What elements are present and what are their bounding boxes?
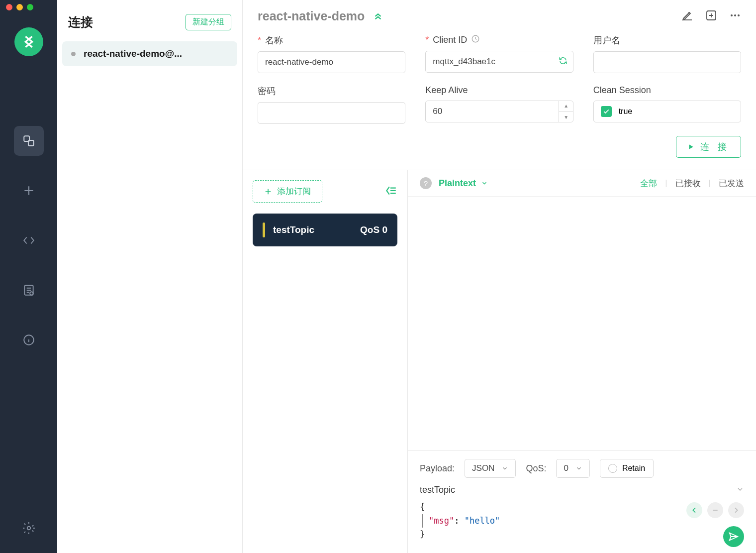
filter-sent[interactable]: 已发送 (719, 178, 744, 189)
window-minimize-button[interactable] (16, 4, 23, 10)
window-close-button[interactable] (6, 4, 12, 10)
window-zoom-button[interactable] (27, 4, 33, 10)
svg-point-5 (27, 527, 30, 530)
nav-connections[interactable] (14, 126, 44, 156)
client-id-input[interactable] (425, 51, 573, 73)
nav-new[interactable] (14, 176, 44, 206)
send-button[interactable] (723, 526, 744, 547)
subscription-color-bar (263, 222, 265, 237)
keep-alive-input[interactable] (425, 101, 573, 122)
password-input[interactable] (258, 102, 405, 124)
expand-topic-icon[interactable] (736, 485, 744, 495)
subscription-item[interactable]: testTopic QoS 0 (253, 214, 397, 246)
help-icon[interactable]: ? (420, 177, 432, 189)
nav-scripts[interactable] (14, 225, 44, 255)
stepper-up-button[interactable]: ▲ (559, 101, 573, 112)
app-logo (14, 27, 43, 56)
refresh-client-id-button[interactable] (559, 56, 567, 67)
messages-panel: ? Plaintext 全部 | 已接收 | 已发送 P (408, 170, 756, 553)
publish-panel: Payload: JSON QoS: 0 Retain (408, 450, 756, 553)
nav-logs[interactable] (14, 275, 44, 305)
filter-received[interactable]: 已接收 (675, 178, 701, 189)
clean-session-toggle[interactable]: true (593, 101, 741, 122)
svg-point-8 (734, 14, 736, 16)
connection-item[interactable]: react-native-demo@... (62, 41, 237, 66)
qos-select[interactable]: 0 (556, 459, 589, 478)
publish-topic[interactable]: testTopic (420, 485, 455, 495)
retain-toggle[interactable]: Retain (600, 459, 654, 478)
nav-rail (0, 0, 57, 553)
keep-alive-stepper: ▲ ▼ (559, 101, 573, 122)
checkbox-checked-icon (601, 106, 612, 117)
main-panel: react-native-demo *名称 *Client ID (243, 0, 756, 553)
retain-label: Retain (622, 464, 645, 473)
payload-label: Payload: (420, 463, 455, 474)
nav-settings[interactable] (14, 513, 44, 543)
nav-info[interactable] (14, 325, 44, 355)
subscription-topic: testTopic (273, 224, 314, 235)
qos-label: QoS: (526, 463, 546, 474)
add-subscription-button[interactable]: 添加订阅 (253, 180, 322, 203)
history-next-button[interactable] (728, 502, 744, 518)
message-list (408, 197, 756, 450)
payload-format-select[interactable]: Plaintext (439, 178, 488, 189)
svg-point-9 (738, 14, 740, 16)
keep-alive-label: Keep Alive (425, 85, 468, 96)
connect-button[interactable]: 连 接 (676, 136, 741, 158)
history-prev-button[interactable] (686, 502, 702, 518)
name-input[interactable] (258, 51, 405, 73)
connection-status-icon (71, 52, 76, 56)
stepper-down-button[interactable]: ▼ (559, 112, 573, 123)
new-group-button[interactable]: 新建分组 (186, 14, 231, 30)
password-label: 密码 (258, 85, 276, 97)
clean-session-value: true (619, 107, 633, 116)
collapse-subscriptions-icon[interactable] (384, 184, 397, 199)
sidebar-title: 连接 (68, 14, 93, 30)
client-id-label: Client ID (433, 35, 467, 45)
connections-sidebar: 连接 新建分组 react-native-demo@... (57, 0, 243, 553)
svg-point-7 (731, 14, 733, 16)
filter-all[interactable]: 全部 (640, 178, 657, 189)
connection-name: react-native-demo@... (84, 48, 182, 59)
subscriptions-panel: 添加订阅 testTopic QoS 0 (243, 170, 408, 553)
retain-radio-icon (608, 464, 617, 473)
history-clear-button[interactable] (707, 502, 723, 518)
subscription-qos: QoS 0 (360, 224, 387, 235)
payload-type-select[interactable]: JSON (465, 459, 516, 478)
clock-icon (471, 34, 480, 46)
username-input[interactable] (593, 51, 741, 73)
username-label: 用户名 (593, 34, 620, 46)
name-label: 名称 (265, 34, 283, 46)
svg-point-3 (30, 292, 33, 295)
clean-session-label: Clean Session (593, 85, 651, 96)
